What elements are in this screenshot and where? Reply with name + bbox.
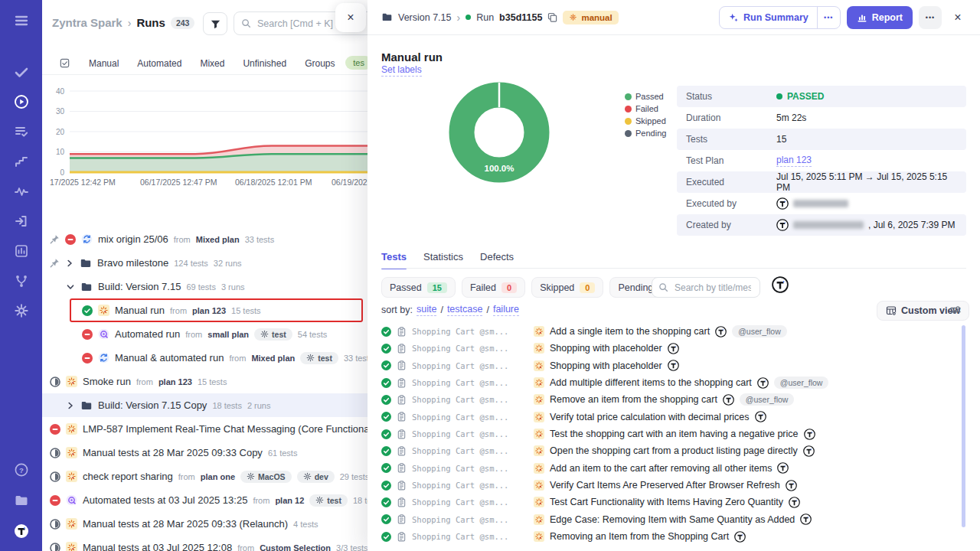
test-case-row[interactable]: Shopping Cart @sm...Edge Case: Removing … (381, 511, 957, 528)
sort-option-testcase[interactable]: testcase (447, 304, 483, 316)
tab-unfinished[interactable]: Unfinished (243, 58, 286, 69)
test-case-row[interactable]: Shopping Cart @sm...Removing an Item fro… (381, 528, 957, 545)
gear-icon (303, 472, 312, 481)
tests-scrollbar[interactable] (962, 325, 965, 527)
test-case-icon (397, 412, 407, 422)
tab-groups[interactable]: Groups (305, 58, 335, 69)
sidebar-item-bar-chart[interactable] (0, 236, 42, 266)
detail-tab-tests[interactable]: Tests (381, 251, 407, 269)
breadcrumb-folder-label[interactable]: Version 7.15 (398, 12, 452, 23)
sidebar-item-play-circle[interactable] (0, 86, 42, 116)
filter-chip-skipped[interactable]: Skipped0 (531, 277, 603, 298)
sidebar-item-branch[interactable] (0, 266, 42, 295)
test-case-icon (397, 481, 407, 491)
checklist-icon[interactable] (59, 57, 70, 69)
report-button[interactable]: Report (847, 6, 913, 29)
run-row[interactable]: LMP-587 Implement Real-Time Chat Messagi… (42, 417, 368, 441)
detail-tab-statistics[interactable]: Statistics (423, 251, 463, 269)
test-plan-link[interactable]: plan 123 (776, 155, 812, 167)
run-from-plan[interactable]: Mixed plan (196, 235, 240, 244)
run-group-row[interactable]: Bravo milestone124 tests32 runs (42, 251, 368, 275)
status-ended-icon (50, 471, 60, 482)
run-from-plan[interactable]: Custom Selection (260, 543, 331, 551)
assignee-avatar[interactable] (772, 276, 789, 293)
tests-search-input[interactable] (673, 282, 753, 294)
copy-icon[interactable] (547, 12, 557, 22)
filter-button[interactable] (203, 12, 227, 35)
run-type-auto-icon (66, 494, 77, 506)
test-case-row[interactable]: Shopping Cart @sm...Shopping with placeh… (381, 357, 957, 374)
filter-chip-failed[interactable]: Failed0 (462, 277, 525, 298)
run-from-plan[interactable]: plan 123 (158, 377, 192, 386)
tab-mixed[interactable]: Mixed (200, 58, 224, 69)
test-case-row[interactable]: Shopping Cart @sm...Remove an item from … (381, 391, 957, 408)
run-from-label: from (237, 543, 254, 551)
run-summary-button[interactable]: Run Summary ••• (719, 6, 841, 29)
tab-manual[interactable]: Manual (89, 58, 119, 69)
panel-close-button[interactable]: × (335, 3, 366, 32)
run-row[interactable]: Automated tests at 03 Jul 2025 13:25from… (42, 488, 368, 512)
run-row[interactable]: Manual tests at 03 Jul 2025 12:08fromCus… (42, 536, 368, 551)
test-case-title: Verify Cart Items Are Preserved After Br… (550, 480, 780, 491)
status-passed-icon (381, 481, 391, 491)
sidebar-item-folder[interactable] (0, 485, 42, 516)
sidebar-item-pulse[interactable] (0, 176, 42, 206)
tab-automated[interactable]: Automated (137, 58, 181, 69)
test-case-row[interactable]: Shopping Cart @sm...Test the shopping ca… (381, 425, 957, 442)
filter-chip-passed[interactable]: Passed15 (381, 277, 456, 298)
run-row[interactable]: Manual tests at 28 Mar 2025 09:33 (Relau… (42, 512, 368, 536)
sidebar-item-check[interactable] (0, 57, 42, 86)
manual-run-spark-icon (534, 531, 544, 542)
project-name[interactable]: Zyntra Spark (52, 16, 122, 29)
info-value: 15 (776, 134, 786, 145)
sidebar-item-box-arrow[interactable] (0, 206, 42, 236)
sidebar-item-steps[interactable] (0, 146, 42, 176)
gear-icon (14, 303, 29, 318)
view-settings-icon[interactable] (949, 304, 962, 316)
run-from-plan[interactable]: small plan (207, 330, 249, 339)
run-type-manual-icon (66, 447, 77, 458)
sidebar-item-help[interactable]: ? (0, 455, 42, 485)
test-case-row[interactable]: Shopping Cart @sm...Shopping with placeh… (381, 340, 957, 357)
run-row[interactable]: Manual runfromplan 12315 tests (42, 298, 368, 322)
run-row[interactable]: mix origin 25/06fromMixed plan33 tests (42, 227, 368, 251)
run-row[interactable]: Manual tests at 28 Mar 2025 09:33 Copy61… (42, 441, 368, 465)
test-case-row[interactable]: Shopping Cart @sm...Verify total price c… (381, 409, 957, 425)
test-case-row[interactable]: Shopping Cart @sm...Add a single item to… (381, 323, 957, 340)
config-badge: test (309, 494, 348, 507)
run-from-plan[interactable]: plan 123 (192, 306, 226, 315)
sidebar-item-list-check[interactable] (0, 116, 42, 146)
test-case-row[interactable]: Shopping Cart @sm...Add an item to the c… (381, 460, 957, 477)
test-case-row[interactable]: Shopping Cart @sm...Verify Cart Items Ar… (381, 477, 957, 494)
sort-option-failure[interactable]: failure (493, 304, 519, 316)
chevron-right-icon (66, 401, 75, 410)
status-failed-icon (50, 495, 60, 506)
sort-option-suite[interactable]: suite (416, 304, 436, 316)
more-actions-button[interactable]: ••• (919, 6, 942, 29)
test-case-row[interactable]: Shopping Cart @sm...Test Cart Functional… (381, 494, 957, 510)
test-case-row[interactable]: Shopping Cart @sm...Open the shopping ca… (381, 442, 957, 459)
run-row[interactable]: Manual & automated runfromMixed plantest… (42, 346, 368, 370)
run-group-row[interactable]: Build: Version 7.1569 tests3 runs (42, 275, 368, 298)
sidebar-item-menu[interactable] (0, 5, 42, 37)
run-row[interactable]: Automated runfromsmall plantest54 tests (42, 322, 368, 346)
run-from-plan[interactable]: plan one (201, 472, 235, 481)
test-case-row[interactable]: Shopping Cart @sm...Add multiple differe… (381, 374, 957, 391)
set-labels-link[interactable]: Set labels (381, 64, 422, 77)
status-ended-icon (50, 543, 60, 551)
sidebar-item-gear[interactable] (0, 295, 42, 325)
run-from-label: from (174, 235, 191, 244)
run-from-plan[interactable]: plan 12 (275, 496, 304, 505)
status-passed-icon (381, 463, 391, 473)
sidebar-item-avatar-t[interactable] (0, 516, 42, 546)
run-title: Bravo milestone (97, 257, 168, 269)
run-row[interactable]: check report sharingfromplan oneMacOSdev… (42, 465, 368, 488)
detail-tab-defects[interactable]: Defects (480, 251, 514, 269)
run-row[interactable]: Smoke runfromplan 12315 tests (42, 370, 368, 393)
run-summary-more-button[interactable]: ••• (817, 7, 840, 28)
info-label: Test Plan (686, 155, 776, 166)
info-row: Created by, Jul 6, 2025 7:39 PM (677, 214, 966, 236)
run-from-plan[interactable]: Mixed plan (251, 354, 295, 363)
detail-close-button[interactable]: × (948, 8, 968, 28)
run-group-row[interactable]: Build: Version 7.15 Copy18 tests2 runs (42, 393, 368, 417)
